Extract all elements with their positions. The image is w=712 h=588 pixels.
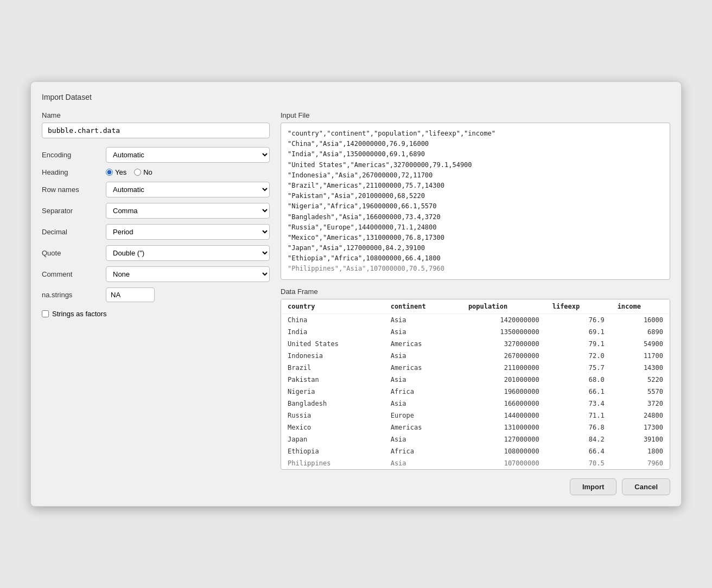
- table-cell: Philippines: [281, 457, 384, 469]
- input-file-line: "Mexico","Americas",131000000,76.8,17300: [288, 233, 663, 243]
- cancel-button[interactable]: Cancel: [622, 478, 670, 495]
- dialog-title: Import Dataset: [42, 93, 670, 101]
- table-cell: 66.4: [546, 445, 611, 457]
- table-cell: Americas: [384, 362, 462, 374]
- table-header: income: [611, 299, 670, 314]
- import-button[interactable]: Import: [570, 478, 616, 495]
- table-cell: 267000000: [462, 350, 546, 362]
- table-row: JapanAsia12700000084.239100: [281, 433, 670, 445]
- name-input[interactable]: [42, 123, 270, 138]
- input-file-line: "Nigeria","Africa",196000000,66.1,5570: [288, 201, 663, 212]
- table-cell: 327000000: [462, 338, 546, 350]
- table-cell: 16000: [611, 314, 670, 327]
- input-file-line: "Indonesia","Asia",267000000,72,11700: [288, 170, 663, 181]
- table-cell: Africa: [384, 386, 462, 398]
- table-header: country: [281, 299, 384, 314]
- table-cell: Nigeria: [281, 386, 384, 398]
- heading-radio-group: Yes No: [106, 168, 270, 176]
- table-cell: Asia: [384, 374, 462, 386]
- table-cell: 196000000: [462, 386, 546, 398]
- separator-select[interactable]: Comma: [106, 203, 270, 219]
- input-file-line: "India","Asia",1350000000,69.1,6890: [288, 149, 663, 159]
- input-file-line: "China","Asia",1420000000,76.9,16000: [288, 139, 663, 149]
- input-file-line: "Pakistan","Asia",201000000,68,5220: [288, 191, 663, 201]
- table-cell: 39100: [611, 433, 670, 445]
- table-cell: 6890: [611, 326, 670, 338]
- table-cell: 24800: [611, 410, 670, 421]
- table-cell: 1800: [611, 445, 670, 457]
- input-file-line: "Brazil","Americas",211000000,75.7,14300: [288, 181, 663, 191]
- table-cell: 5570: [611, 386, 670, 398]
- table-row: IndonesiaAsia26700000072.011700: [281, 350, 670, 362]
- heading-yes-label[interactable]: Yes: [106, 168, 126, 176]
- import-dataset-dialog: Import Dataset Name Encoding Automatic H…: [30, 81, 682, 507]
- table-cell: China: [281, 314, 384, 327]
- table-cell: Asia: [384, 457, 462, 469]
- table-cell: Americas: [384, 338, 462, 350]
- dialog-footer: Import Cancel: [42, 478, 670, 495]
- input-file-section: Input File "country","continent","popula…: [281, 111, 670, 280]
- heading-yes-radio[interactable]: [106, 169, 113, 176]
- separator-label: Separator: [42, 207, 101, 215]
- table-cell: 11700: [611, 350, 670, 362]
- table-cell: Asia: [384, 350, 462, 362]
- table-cell: 71.1: [546, 410, 611, 421]
- encoding-label: Encoding: [42, 151, 101, 159]
- table-row: MexicoAmericas13100000076.817300: [281, 421, 670, 433]
- table-cell: Pakistan: [281, 374, 384, 386]
- table-cell: 17300: [611, 421, 670, 433]
- input-file-line: "Japan","Asia",127000000,84.2,39100: [288, 243, 663, 253]
- table-cell: Indonesia: [281, 350, 384, 362]
- table-cell: Japan: [281, 433, 384, 445]
- table-row: NigeriaAfrica19600000066.15570: [281, 386, 670, 398]
- table-cell: 108000000: [462, 445, 546, 457]
- heading-no-radio[interactable]: [134, 169, 141, 176]
- heading-label: Heading: [42, 168, 101, 176]
- table-cell: Brazil: [281, 362, 384, 374]
- table-cell: 79.1: [546, 338, 611, 350]
- table-cell: Americas: [384, 421, 462, 433]
- table-cell: 69.1: [546, 326, 611, 338]
- table-cell: 166000000: [462, 398, 546, 410]
- table-cell: India: [281, 326, 384, 338]
- table-cell: 131000000: [462, 421, 546, 433]
- table-cell: 72.0: [546, 350, 611, 362]
- input-file-line: "Philippines","Asia",107000000,70.5,7960: [288, 264, 663, 274]
- strings-as-factors-label: Strings as factors: [52, 310, 106, 318]
- table-cell: 14300: [611, 362, 670, 374]
- decimal-select[interactable]: Period: [106, 224, 270, 240]
- table-cell: 68.0: [546, 374, 611, 386]
- table-cell: 76.9: [546, 314, 611, 327]
- na-strings-input[interactable]: [106, 287, 155, 302]
- table-cell: Asia: [384, 433, 462, 445]
- strings-as-factors-row[interactable]: Strings as factors: [42, 310, 270, 318]
- table-cell: Asia: [384, 314, 462, 327]
- table-cell: 127000000: [462, 433, 546, 445]
- table-cell: 84.2: [546, 433, 611, 445]
- input-file-label: Input File: [281, 111, 670, 119]
- table-cell: 54900: [611, 338, 670, 350]
- table-row: PakistanAsia20100000068.05220: [281, 374, 670, 386]
- name-label: Name: [42, 111, 270, 119]
- data-frame-table: countrycontinentpopulationlifeexpincomeC…: [281, 299, 670, 469]
- table-row: RussiaEurope14400000071.124800: [281, 410, 670, 421]
- table-cell: Asia: [384, 326, 462, 338]
- table-header: lifeexp: [546, 299, 611, 314]
- comment-select[interactable]: None: [106, 266, 270, 282]
- data-frame-label: Data Frame: [281, 287, 670, 296]
- table-cell: Ethiopia: [281, 445, 384, 457]
- quote-select[interactable]: Double ("): [106, 245, 270, 261]
- row-names-select[interactable]: Automatic: [106, 182, 270, 197]
- table-row: EthiopiaAfrica10800000066.41800: [281, 445, 670, 457]
- table-cell: 73.4: [546, 398, 611, 410]
- encoding-select[interactable]: Automatic: [106, 147, 270, 163]
- input-file-line: "country","continent","population","life…: [288, 129, 663, 139]
- row-names-label: Row names: [42, 186, 101, 194]
- data-frame-box: countrycontinentpopulationlifeexpincomeC…: [281, 299, 670, 470]
- table-cell: Russia: [281, 410, 384, 421]
- table-row: BangladeshAsia16600000073.43720: [281, 398, 670, 410]
- input-file-line: "Russia","Europe",144000000,71.1,24800: [288, 222, 663, 233]
- strings-as-factors-checkbox[interactable]: [42, 310, 49, 317]
- heading-no-label[interactable]: No: [134, 168, 152, 176]
- comment-label: Comment: [42, 270, 101, 278]
